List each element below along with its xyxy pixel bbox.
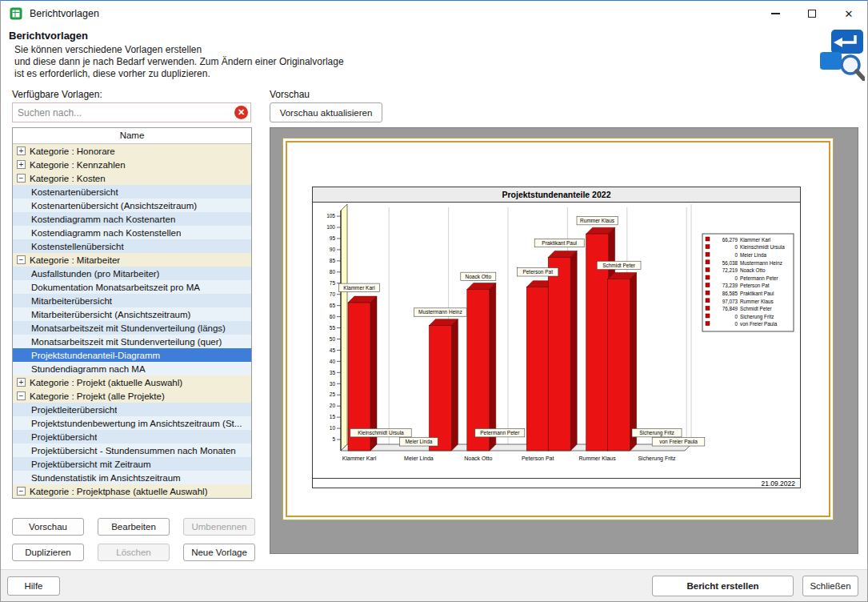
template-row-label: Monatsarbeitszeit mit Stundenverteilung … xyxy=(31,337,222,347)
svg-text:97,073: 97,073 xyxy=(722,299,738,304)
tree-item-row[interactable]: Kostenartenübersicht (Ansichtszeitraum) xyxy=(13,199,251,212)
schliessen-button[interactable]: Schließen xyxy=(802,576,858,596)
tree-category-row[interactable]: +Kategorie : Kennzahlen xyxy=(13,158,251,171)
svg-text:Peterson Pat: Peterson Pat xyxy=(522,269,553,275)
template-list: Name +Kategorie : Honorare+Kategorie : K… xyxy=(12,127,252,499)
svg-text:Kleinschmidt Ursula: Kleinschmidt Ursula xyxy=(358,430,404,435)
template-row-label: Projektübersicht - Stundensummen nach Mo… xyxy=(31,446,236,456)
tree-item-row[interactable]: Mitarbeiterübersicht (Ansichtszeitraum) xyxy=(13,307,251,321)
expand-icon[interactable]: + xyxy=(17,146,26,155)
available-templates-label: Verfügbare Vorlagen: xyxy=(12,89,102,100)
tree-category-row[interactable]: −Kategorie : Kosten xyxy=(13,171,251,185)
tree-item-row[interactable]: Kostendiagramm nach Kostenstellen xyxy=(13,226,251,239)
tree-item-row[interactable]: Projektübersicht xyxy=(13,430,251,443)
report-preview-icon xyxy=(818,28,865,81)
svg-text:Praktikant Paul: Praktikant Paul xyxy=(740,291,774,296)
close-button[interactable]: ✕ xyxy=(830,1,867,26)
tree-category-row[interactable]: −Kategorie : Projekt (alle Projekte) xyxy=(13,389,251,403)
maximize-icon xyxy=(808,10,816,18)
template-row-label: Kostenartenübersicht xyxy=(31,187,118,197)
svg-text:Meier Linda: Meier Linda xyxy=(405,439,432,444)
tree-category-row[interactable]: +Kategorie : Projekt (aktuelle Auswahl) xyxy=(13,375,251,389)
chart-plot: 5101520253035404550556065707580859095100… xyxy=(313,203,800,475)
collapse-icon[interactable]: − xyxy=(17,255,26,264)
svg-text:80: 80 xyxy=(330,269,336,275)
tree-item-row[interactable]: Projektstundenanteil-Diagramm xyxy=(13,348,251,362)
refresh-preview-button[interactable]: Vorschau aktualisieren xyxy=(270,102,382,122)
preview-label: Vorschau xyxy=(270,89,310,100)
svg-text:85: 85 xyxy=(330,258,336,263)
tree-item-row[interactable]: Monatsarbeitszeit mit Stundenverteilung … xyxy=(13,321,251,335)
svg-text:25: 25 xyxy=(330,391,336,397)
tree-category-row[interactable]: −Kategorie : Projektphase (aktuelle Ausw… xyxy=(13,484,251,498)
tree-item-row[interactable]: Projektübersicht - Stundensummen nach Mo… xyxy=(13,443,251,457)
maximize-button[interactable] xyxy=(794,1,830,26)
preview-page-frame: Projektstundenanteile 2022 5101520253035… xyxy=(286,141,830,517)
tree-item-row[interactable]: Kostendiagramm nach Kostenarten xyxy=(13,212,251,226)
template-row-label: Kategorie : Projekt (alle Projekte) xyxy=(30,391,165,401)
clear-search-icon: ✕ xyxy=(238,108,245,117)
template-row-label: Ausfallstunden (pro Mitarbeiter) xyxy=(31,269,159,279)
svg-text:40: 40 xyxy=(330,359,336,364)
preview-page: Projektstundenanteile 2022 5101520253035… xyxy=(282,138,834,520)
svg-text:60: 60 xyxy=(330,314,336,319)
svg-text:0: 0 xyxy=(734,275,738,281)
template-row-label: Mitarbeiterübersicht xyxy=(31,296,112,306)
bericht-erstellen-button[interactable]: Bericht erstellen xyxy=(652,576,794,596)
tree-item-row[interactable]: Kostenartenübersicht xyxy=(13,185,251,199)
vorschau-button[interactable]: Vorschau xyxy=(12,518,84,536)
collapse-icon[interactable]: − xyxy=(17,391,26,400)
svg-text:von Freier Paula: von Freier Paula xyxy=(659,439,698,444)
clear-search-button[interactable]: ✕ xyxy=(234,106,248,119)
tree-category-row[interactable]: −Kategorie : Mitarbeiter xyxy=(13,253,251,267)
template-row-label: Kategorie : Mitarbeiter xyxy=(30,255,120,265)
template-row-label: Kostenartenübersicht (Ansichtszeitraum) xyxy=(31,201,197,211)
template-row-label: Kostendiagramm nach Kostenstellen xyxy=(31,228,181,238)
svg-text:45: 45 xyxy=(330,347,336,353)
chart-box: Projektstundenanteile 2022 5101520253035… xyxy=(312,187,801,488)
svg-text:Mustermann Heinz: Mustermann Heinz xyxy=(740,260,782,266)
tree-item-row[interactable]: Dokumentation Monatsarbeitszeit pro MA xyxy=(13,280,251,294)
neue-vorlage-button[interactable]: Neue Vorlage xyxy=(183,544,255,561)
search-box: ✕ xyxy=(12,102,251,122)
template-row-label: Kategorie : Honorare xyxy=(30,146,115,156)
bearbeiten-button[interactable]: Bearbeiten xyxy=(98,518,170,536)
svg-text:von Freier Paula: von Freier Paula xyxy=(740,321,778,327)
svg-text:Praktikant Paul: Praktikant Paul xyxy=(542,240,577,246)
minimize-button[interactable] xyxy=(757,1,794,26)
tree-item-row[interactable]: Stundendiagramm nach MA xyxy=(13,362,251,375)
svg-text:Schmidt Peter: Schmidt Peter xyxy=(740,306,772,311)
svg-text:10: 10 xyxy=(330,425,336,431)
tree-item-row[interactable]: Ausfallstunden (pro Mitarbeiter) xyxy=(13,267,251,280)
svg-text:Klammer Karl: Klammer Karl xyxy=(343,285,375,291)
hilfe-button[interactable]: Hilfe xyxy=(7,576,60,596)
collapse-icon[interactable]: − xyxy=(17,487,26,496)
umbenennen-button: Umbenennen xyxy=(183,518,255,536)
tree-item-row[interactable]: Projektleiterübersicht xyxy=(13,403,251,416)
svg-text:Noack Otto: Noack Otto xyxy=(464,456,492,461)
svg-text:Klammer Karl: Klammer Karl xyxy=(342,456,377,461)
expand-icon[interactable]: + xyxy=(17,378,26,387)
svg-text:Sicherung Fritz: Sicherung Fritz xyxy=(639,430,674,436)
expand-icon[interactable]: + xyxy=(17,160,26,169)
name-column-header[interactable]: Name xyxy=(13,128,251,144)
minimize-icon xyxy=(771,13,780,14)
duplizieren-button[interactable]: Duplizieren xyxy=(12,544,84,561)
tree-item-row[interactable]: Kostenstellenübersicht xyxy=(13,239,251,253)
tree-item-row[interactable]: Mitarbeiterübersicht xyxy=(13,294,251,307)
search-input[interactable] xyxy=(13,107,234,118)
tree-item-row[interactable]: Stundenstatistik im Ansichtszeitraum xyxy=(13,471,251,484)
tree-item-row[interactable]: Projektübersicht mit Zeitraum xyxy=(13,457,251,471)
tree-item-row[interactable]: Projektstundenbewertung im Ansichtszeitr… xyxy=(13,416,251,430)
template-row-label: Kostendiagramm nach Kostenarten xyxy=(31,215,175,224)
svg-text:Peterson Pat: Peterson Pat xyxy=(522,456,554,461)
berichtvorlagen-window: Berichtvorlagen ✕ Berichtvorlagen Sie kö… xyxy=(0,0,868,602)
tree-item-row[interactable]: Monatsarbeitszeit mit Stundenverteilung … xyxy=(13,335,251,348)
title-bar: Berichtvorlagen ✕ xyxy=(1,1,867,26)
svg-text:55: 55 xyxy=(330,325,336,331)
collapse-icon[interactable]: − xyxy=(17,174,26,183)
svg-text:Mustermann Heinz: Mustermann Heinz xyxy=(418,309,462,315)
tree-category-row[interactable]: +Kategorie : Honorare xyxy=(13,144,251,158)
template-row-label: Kategorie : Projektphase (aktuelle Auswa… xyxy=(30,487,207,496)
svg-text:0: 0 xyxy=(734,321,738,327)
